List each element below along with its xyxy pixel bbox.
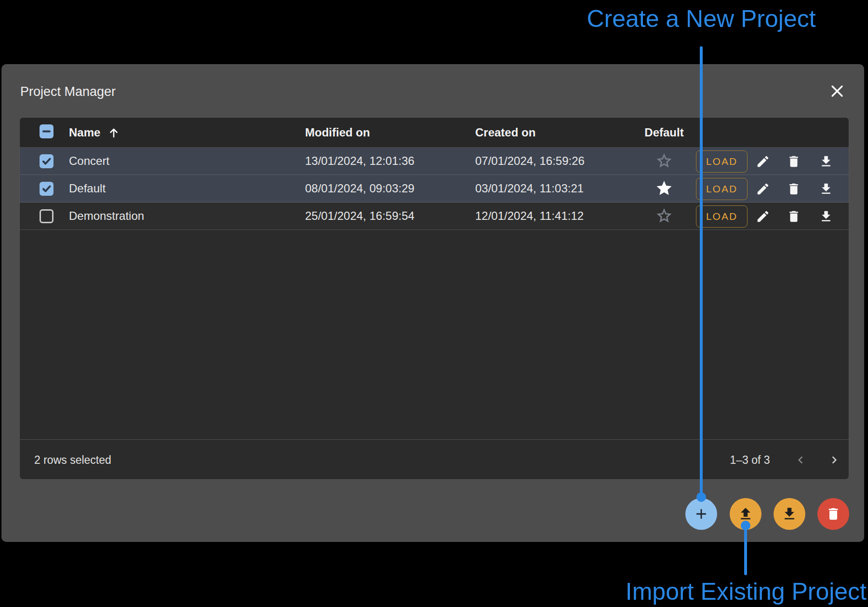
download-icon[interactable]	[818, 153, 834, 170]
dialog-title: Project Manager	[20, 84, 116, 99]
create-project-button[interactable]	[685, 498, 717, 530]
download-icon[interactable]	[818, 181, 834, 197]
edit-icon[interactable]	[755, 181, 771, 197]
project-name-cell: Demonstration	[69, 202, 144, 229]
created-on-cell: 07/01/2024, 16:59:26	[475, 148, 585, 175]
load-button[interactable]: LOAD	[696, 205, 748, 228]
star-icon	[656, 153, 672, 169]
delete-icon[interactable]	[786, 181, 802, 197]
download-icon	[781, 506, 798, 522]
project-manager-dialog: Project Manager Name	[1, 64, 864, 542]
project-name-cell: Default	[69, 175, 106, 202]
table-row[interactable]: Default 08/01/2024, 09:03:29 03/01/2024,…	[20, 175, 849, 202]
table-body: Concert 13/01/2024, 12:01:36 07/01/2024,…	[20, 148, 849, 230]
create-annotation-line	[700, 46, 703, 493]
close-icon[interactable]	[828, 82, 846, 100]
column-header-created[interactable]: Created on	[475, 118, 535, 148]
table-row[interactable]: Demonstration 25/01/2024, 16:59:54 12/01…	[20, 202, 849, 230]
download-icon[interactable]	[818, 208, 834, 225]
column-header-default[interactable]: Default	[630, 118, 698, 148]
edit-icon[interactable]	[755, 208, 771, 225]
delete-projects-button[interactable]	[817, 498, 849, 530]
default-star-button[interactable]	[630, 148, 698, 175]
column-header-name[interactable]: Name	[69, 118, 120, 148]
select-all-checkbox[interactable]	[33, 118, 60, 145]
created-on-cell: 03/01/2024, 11:03:21	[475, 175, 584, 202]
column-header-name-label: Name	[69, 126, 100, 139]
table-footer: 2 rows selected 1–3 of 3	[20, 439, 849, 480]
checkbox-icon	[40, 209, 53, 223]
table-row[interactable]: Concert 13/01/2024, 12:01:36 07/01/2024,…	[20, 148, 849, 175]
selected-rows-count: 2 rows selected	[34, 440, 111, 480]
default-star-button[interactable]	[630, 175, 698, 202]
modified-on-cell: 13/01/2024, 12:01:36	[305, 148, 414, 175]
checkbox-icon	[40, 182, 53, 196]
projects-table: Name Modified on Created on Default Conc…	[19, 117, 849, 480]
table-header-row: Name Modified on Created on Default	[20, 118, 849, 148]
plus-icon	[693, 506, 709, 522]
row-checkbox[interactable]	[33, 202, 60, 229]
indeterminate-checkbox-icon	[40, 124, 53, 138]
delete-icon[interactable]	[786, 153, 802, 170]
upload-icon	[737, 506, 754, 522]
import-annotation-line	[744, 526, 747, 575]
star-icon	[656, 208, 672, 224]
load-button[interactable]: LOAD	[696, 150, 748, 173]
project-name-cell: Concert	[69, 148, 109, 175]
import-annotation-dot	[741, 521, 750, 530]
default-star-button[interactable]	[630, 202, 698, 229]
sort-ascending-arrow-icon	[108, 127, 120, 138]
column-header-modified[interactable]: Modified on	[305, 118, 370, 148]
import-project-annotation: Import Existing Project	[626, 578, 867, 606]
previous-page-icon[interactable]	[791, 450, 810, 470]
created-on-cell: 12/01/2024, 11:41:12	[475, 202, 584, 229]
row-checkbox[interactable]	[33, 175, 60, 202]
modified-on-cell: 25/01/2024, 16:59:54	[305, 202, 414, 229]
pagination-range: 1–3 of 3	[704, 440, 796, 480]
star-icon	[656, 180, 672, 197]
delete-icon[interactable]	[786, 208, 802, 225]
export-project-button[interactable]	[774, 498, 805, 530]
trash-icon	[826, 506, 841, 522]
next-page-icon[interactable]	[825, 450, 844, 470]
load-button[interactable]: LOAD	[696, 178, 748, 200]
checkbox-icon	[40, 154, 53, 168]
create-project-annotation: Create a New Project	[460, 5, 868, 33]
row-checkbox[interactable]	[33, 148, 60, 175]
edit-icon[interactable]	[755, 153, 771, 170]
modified-on-cell: 08/01/2024, 09:03:29	[305, 175, 414, 202]
create-annotation-dot	[696, 492, 706, 502]
